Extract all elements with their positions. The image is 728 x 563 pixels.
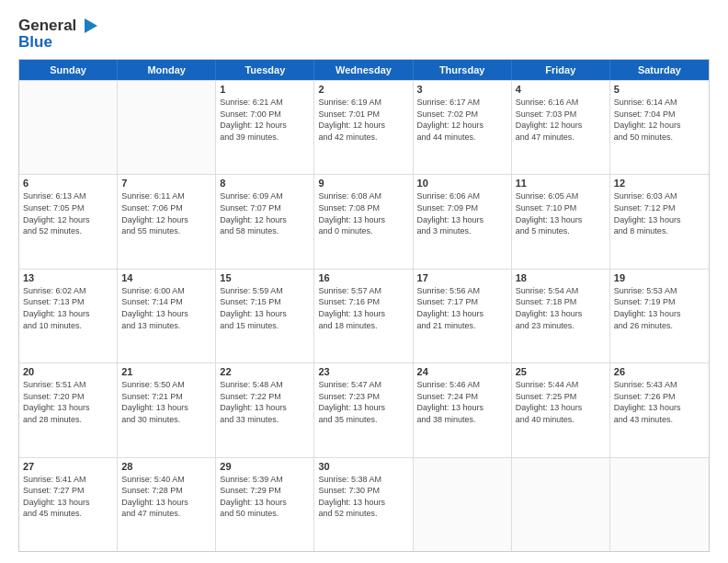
day-cell-25: 25Sunrise: 5:44 AM Sunset: 7:25 PM Dayli… (512, 363, 610, 456)
day-number: 17 (417, 272, 507, 283)
day-number: 20 (23, 366, 113, 377)
header-day-saturday: Saturday (610, 60, 709, 80)
day-cell-19: 19Sunrise: 5:53 AM Sunset: 7:19 PM Dayli… (610, 270, 709, 362)
empty-cell (414, 458, 512, 551)
day-number: 11 (516, 178, 606, 189)
day-number: 6 (23, 178, 113, 189)
cell-details: Sunrise: 5:59 AM Sunset: 7:15 PM Dayligh… (220, 285, 310, 331)
cell-details: Sunrise: 5:40 AM Sunset: 7:28 PM Dayligh… (121, 474, 211, 520)
empty-cell (512, 458, 610, 551)
cell-details: Sunrise: 6:06 AM Sunset: 7:09 PM Dayligh… (417, 190, 507, 236)
day-number: 27 (23, 461, 113, 472)
day-cell-22: 22Sunrise: 5:48 AM Sunset: 7:22 PM Dayli… (216, 363, 314, 456)
day-cell-28: 28Sunrise: 5:40 AM Sunset: 7:28 PM Dayli… (118, 458, 216, 551)
header-day-monday: Monday (118, 60, 216, 80)
cell-details: Sunrise: 6:09 AM Sunset: 7:07 PM Dayligh… (220, 190, 310, 236)
cell-details: Sunrise: 5:57 AM Sunset: 7:16 PM Dayligh… (318, 285, 408, 331)
day-cell-16: 16Sunrise: 5:57 AM Sunset: 7:16 PM Dayli… (314, 270, 413, 362)
cell-details: Sunrise: 6:17 AM Sunset: 7:02 PM Dayligh… (417, 97, 507, 143)
day-number: 14 (121, 272, 211, 283)
cell-details: Sunrise: 6:14 AM Sunset: 7:04 PM Dayligh… (614, 97, 705, 143)
day-cell-29: 29Sunrise: 5:39 AM Sunset: 7:29 PM Dayli… (216, 458, 314, 551)
header-day-wednesday: Wednesday (314, 60, 413, 80)
day-number: 24 (417, 366, 507, 377)
cell-details: Sunrise: 5:39 AM Sunset: 7:29 PM Dayligh… (220, 474, 310, 520)
day-number: 10 (417, 178, 507, 189)
cell-details: Sunrise: 5:43 AM Sunset: 7:26 PM Dayligh… (614, 379, 705, 425)
empty-cell (19, 81, 118, 174)
day-cell-1: 1Sunrise: 6:21 AM Sunset: 7:00 PM Daylig… (216, 81, 314, 174)
cell-details: Sunrise: 6:05 AM Sunset: 7:10 PM Dayligh… (516, 190, 606, 236)
cell-details: Sunrise: 6:03 AM Sunset: 7:12 PM Dayligh… (614, 190, 705, 236)
cell-details: Sunrise: 5:50 AM Sunset: 7:21 PM Dayligh… (121, 379, 211, 425)
cell-details: Sunrise: 5:54 AM Sunset: 7:18 PM Dayligh… (516, 285, 606, 331)
day-number: 28 (121, 461, 211, 472)
day-cell-17: 17Sunrise: 5:56 AM Sunset: 7:17 PM Dayli… (414, 270, 512, 362)
day-cell-10: 10Sunrise: 6:06 AM Sunset: 7:09 PM Dayli… (414, 175, 512, 268)
cell-details: Sunrise: 5:38 AM Sunset: 7:30 PM Dayligh… (318, 474, 408, 520)
cell-details: Sunrise: 6:11 AM Sunset: 7:06 PM Dayligh… (121, 190, 211, 236)
day-number: 22 (220, 366, 310, 377)
calendar: SundayMondayTuesdayWednesdayThursdayFrid… (18, 59, 710, 552)
day-cell-4: 4Sunrise: 6:16 AM Sunset: 7:03 PM Daylig… (512, 81, 610, 174)
day-cell-21: 21Sunrise: 5:50 AM Sunset: 7:21 PM Dayli… (118, 363, 216, 456)
header: GeneralBlue (18, 15, 710, 50)
svg-marker-2 (85, 18, 97, 33)
calendar-header: SundayMondayTuesdayWednesdayThursdayFrid… (19, 60, 709, 80)
header-day-sunday: Sunday (19, 60, 118, 80)
calendar-body: 1Sunrise: 6:21 AM Sunset: 7:00 PM Daylig… (19, 80, 709, 551)
day-number: 19 (614, 272, 705, 283)
cell-details: Sunrise: 5:56 AM Sunset: 7:17 PM Dayligh… (417, 285, 507, 331)
day-number: 26 (614, 366, 705, 377)
day-cell-18: 18Sunrise: 5:54 AM Sunset: 7:18 PM Dayli… (512, 270, 610, 362)
day-number: 8 (220, 178, 310, 189)
day-cell-11: 11Sunrise: 6:05 AM Sunset: 7:10 PM Dayli… (512, 175, 610, 268)
cell-details: Sunrise: 6:13 AM Sunset: 7:05 PM Dayligh… (23, 190, 113, 236)
day-cell-20: 20Sunrise: 5:51 AM Sunset: 7:20 PM Dayli… (19, 363, 118, 456)
calendar-row-4: 27Sunrise: 5:41 AM Sunset: 7:27 PM Dayli… (19, 457, 709, 551)
day-cell-15: 15Sunrise: 5:59 AM Sunset: 7:15 PM Dayli… (216, 270, 314, 362)
header-day-thursday: Thursday (414, 60, 512, 80)
empty-cell (610, 458, 709, 551)
day-number: 3 (417, 84, 507, 95)
day-number: 25 (516, 366, 606, 377)
day-number: 29 (220, 461, 310, 472)
day-number: 15 (220, 272, 310, 283)
cell-details: Sunrise: 5:47 AM Sunset: 7:23 PM Dayligh… (318, 379, 408, 425)
day-cell-5: 5Sunrise: 6:14 AM Sunset: 7:04 PM Daylig… (610, 81, 709, 174)
day-cell-3: 3Sunrise: 6:17 AM Sunset: 7:02 PM Daylig… (414, 81, 512, 174)
cell-details: Sunrise: 6:16 AM Sunset: 7:03 PM Dayligh… (516, 97, 606, 143)
day-number: 9 (318, 178, 408, 189)
day-number: 12 (614, 178, 705, 189)
header-day-tuesday: Tuesday (216, 60, 314, 80)
day-cell-14: 14Sunrise: 6:00 AM Sunset: 7:14 PM Dayli… (118, 270, 216, 362)
day-cell-27: 27Sunrise: 5:41 AM Sunset: 7:27 PM Dayli… (19, 458, 118, 551)
logo: GeneralBlue (18, 15, 101, 50)
cell-details: Sunrise: 6:08 AM Sunset: 7:08 PM Dayligh… (318, 190, 408, 236)
day-number: 4 (516, 84, 606, 95)
day-number: 2 (318, 84, 408, 95)
day-number: 13 (23, 272, 113, 283)
svg-text:General: General (18, 17, 76, 34)
day-cell-23: 23Sunrise: 5:47 AM Sunset: 7:23 PM Dayli… (314, 363, 413, 456)
cell-details: Sunrise: 5:53 AM Sunset: 7:19 PM Dayligh… (614, 285, 705, 331)
day-number: 16 (318, 272, 408, 283)
day-cell-30: 30Sunrise: 5:38 AM Sunset: 7:30 PM Dayli… (314, 458, 413, 551)
calendar-row-1: 6Sunrise: 6:13 AM Sunset: 7:05 PM Daylig… (19, 174, 709, 268)
calendar-row-2: 13Sunrise: 6:02 AM Sunset: 7:13 PM Dayli… (19, 269, 709, 362)
day-cell-8: 8Sunrise: 6:09 AM Sunset: 7:07 PM Daylig… (216, 175, 314, 268)
day-cell-9: 9Sunrise: 6:08 AM Sunset: 7:08 PM Daylig… (314, 175, 413, 268)
cell-details: Sunrise: 6:02 AM Sunset: 7:13 PM Dayligh… (23, 285, 113, 331)
svg-text:Blue: Blue (18, 33, 52, 50)
day-number: 30 (318, 461, 408, 472)
empty-cell (118, 81, 216, 174)
day-cell-24: 24Sunrise: 5:46 AM Sunset: 7:24 PM Dayli… (414, 363, 512, 456)
day-cell-2: 2Sunrise: 6:19 AM Sunset: 7:01 PM Daylig… (314, 81, 413, 174)
day-cell-26: 26Sunrise: 5:43 AM Sunset: 7:26 PM Dayli… (610, 363, 709, 456)
calendar-row-3: 20Sunrise: 5:51 AM Sunset: 7:20 PM Dayli… (19, 362, 709, 456)
day-number: 21 (121, 366, 211, 377)
cell-details: Sunrise: 6:21 AM Sunset: 7:00 PM Dayligh… (220, 97, 310, 143)
day-cell-7: 7Sunrise: 6:11 AM Sunset: 7:06 PM Daylig… (118, 175, 216, 268)
cell-details: Sunrise: 5:46 AM Sunset: 7:24 PM Dayligh… (417, 379, 507, 425)
cell-details: Sunrise: 6:19 AM Sunset: 7:01 PM Dayligh… (318, 97, 408, 143)
